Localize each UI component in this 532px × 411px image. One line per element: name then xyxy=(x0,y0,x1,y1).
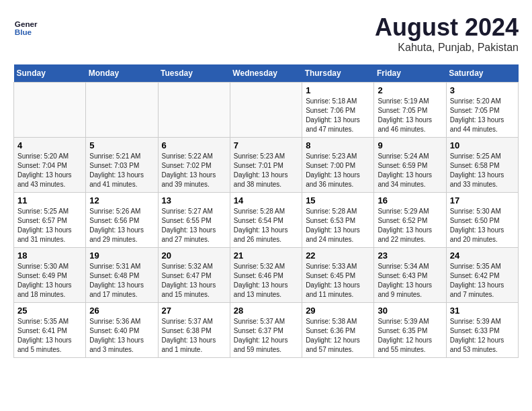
week-row-1: 1Sunrise: 5:18 AM Sunset: 7:06 PM Daylig… xyxy=(14,83,519,138)
weekday-header-wednesday: Wednesday xyxy=(230,64,302,83)
day-info: Sunrise: 5:35 AM Sunset: 6:42 PM Dayligh… xyxy=(450,262,515,300)
calendar-cell: 20Sunrise: 5:32 AM Sunset: 6:47 PM Dayli… xyxy=(158,248,230,303)
day-info: Sunrise: 5:39 AM Sunset: 6:33 PM Dayligh… xyxy=(450,317,515,355)
calendar-cell: 12Sunrise: 5:26 AM Sunset: 6:56 PM Dayli… xyxy=(86,193,158,248)
calendar-cell: 22Sunrise: 5:33 AM Sunset: 6:45 PM Dayli… xyxy=(302,248,374,303)
day-number: 13 xyxy=(162,195,226,205)
calendar-cell: 28Sunrise: 5:37 AM Sunset: 6:37 PM Dayli… xyxy=(230,303,302,358)
logo-icon: General Blue xyxy=(13,13,38,38)
day-number: 12 xyxy=(89,195,154,205)
calendar-cell: 24Sunrise: 5:35 AM Sunset: 6:42 PM Dayli… xyxy=(446,248,518,303)
weekday-header-tuesday: Tuesday xyxy=(158,64,230,83)
calendar-cell: 19Sunrise: 5:31 AM Sunset: 6:48 PM Dayli… xyxy=(86,248,158,303)
calendar-cell xyxy=(158,83,230,138)
week-row-5: 25Sunrise: 5:35 AM Sunset: 6:41 PM Dayli… xyxy=(14,303,519,358)
weekday-header-saturday: Saturday xyxy=(446,64,518,83)
day-number: 22 xyxy=(306,250,370,261)
day-number: 15 xyxy=(306,195,370,205)
calendar-cell: 9Sunrise: 5:24 AM Sunset: 6:59 PM Daylig… xyxy=(374,138,446,193)
day-number: 5 xyxy=(89,140,154,150)
day-number: 2 xyxy=(378,85,442,95)
day-info: Sunrise: 5:23 AM Sunset: 7:01 PM Dayligh… xyxy=(234,152,298,189)
day-number: 28 xyxy=(234,306,298,316)
weekday-header-thursday: Thursday xyxy=(302,64,374,83)
day-info: Sunrise: 5:22 AM Sunset: 7:02 PM Dayligh… xyxy=(162,152,226,189)
calendar-cell: 18Sunrise: 5:30 AM Sunset: 6:49 PM Dayli… xyxy=(14,248,86,303)
calendar-cell: 21Sunrise: 5:32 AM Sunset: 6:46 PM Dayli… xyxy=(230,248,302,303)
calendar-cell: 17Sunrise: 5:30 AM Sunset: 6:50 PM Dayli… xyxy=(446,193,518,248)
day-info: Sunrise: 5:39 AM Sunset: 6:35 PM Dayligh… xyxy=(378,317,442,355)
calendar-cell: 6Sunrise: 5:22 AM Sunset: 7:02 PM Daylig… xyxy=(158,138,230,193)
day-number: 4 xyxy=(17,140,82,150)
day-number: 24 xyxy=(450,250,515,261)
day-number: 30 xyxy=(378,306,442,316)
calendar-cell: 23Sunrise: 5:34 AM Sunset: 6:43 PM Dayli… xyxy=(374,248,446,303)
calendar-cell: 29Sunrise: 5:38 AM Sunset: 6:36 PM Dayli… xyxy=(302,303,374,358)
day-number: 8 xyxy=(306,140,370,150)
day-info: Sunrise: 5:31 AM Sunset: 6:48 PM Dayligh… xyxy=(89,262,154,300)
day-number: 7 xyxy=(234,140,298,150)
day-info: Sunrise: 5:36 AM Sunset: 6:40 PM Dayligh… xyxy=(89,317,154,355)
day-info: Sunrise: 5:19 AM Sunset: 7:05 PM Dayligh… xyxy=(378,97,442,134)
day-info: Sunrise: 5:26 AM Sunset: 6:56 PM Dayligh… xyxy=(89,207,154,244)
day-info: Sunrise: 5:24 AM Sunset: 6:59 PM Dayligh… xyxy=(378,152,442,189)
day-number: 11 xyxy=(17,195,82,205)
day-info: Sunrise: 5:28 AM Sunset: 6:53 PM Dayligh… xyxy=(306,207,370,244)
calendar-cell: 2Sunrise: 5:19 AM Sunset: 7:05 PM Daylig… xyxy=(374,83,446,138)
calendar-cell: 31Sunrise: 5:39 AM Sunset: 6:33 PM Dayli… xyxy=(446,303,518,358)
weekday-header-friday: Friday xyxy=(374,64,446,83)
svg-text:General: General xyxy=(15,19,38,28)
calendar-cell: 11Sunrise: 5:25 AM Sunset: 6:57 PM Dayli… xyxy=(14,193,86,248)
day-info: Sunrise: 5:35 AM Sunset: 6:41 PM Dayligh… xyxy=(17,317,82,355)
day-number: 20 xyxy=(162,250,226,261)
day-number: 9 xyxy=(378,140,442,150)
day-info: Sunrise: 5:29 AM Sunset: 6:52 PM Dayligh… xyxy=(378,207,442,244)
day-number: 3 xyxy=(450,85,515,95)
page-header: General Blue August 2024 Kahuta, Punjab,… xyxy=(13,13,519,54)
day-info: Sunrise: 5:37 AM Sunset: 6:38 PM Dayligh… xyxy=(162,317,226,355)
day-number: 6 xyxy=(162,140,226,150)
calendar-cell: 13Sunrise: 5:27 AM Sunset: 6:55 PM Dayli… xyxy=(158,193,230,248)
calendar-cell: 3Sunrise: 5:20 AM Sunset: 7:05 PM Daylig… xyxy=(446,83,518,138)
calendar-cell: 14Sunrise: 5:28 AM Sunset: 6:54 PM Dayli… xyxy=(230,193,302,248)
calendar-cell: 16Sunrise: 5:29 AM Sunset: 6:52 PM Dayli… xyxy=(374,193,446,248)
day-info: Sunrise: 5:20 AM Sunset: 7:05 PM Dayligh… xyxy=(450,97,515,134)
weekday-header-row: SundayMondayTuesdayWednesdayThursdayFrid… xyxy=(14,64,519,83)
calendar-cell: 5Sunrise: 5:21 AM Sunset: 7:03 PM Daylig… xyxy=(86,138,158,193)
day-info: Sunrise: 5:27 AM Sunset: 6:55 PM Dayligh… xyxy=(162,207,226,244)
location: Kahuta, Punjab, Pakistan xyxy=(375,42,519,54)
day-info: Sunrise: 5:30 AM Sunset: 6:49 PM Dayligh… xyxy=(17,262,82,300)
week-row-4: 18Sunrise: 5:30 AM Sunset: 6:49 PM Dayli… xyxy=(14,248,519,303)
week-row-3: 11Sunrise: 5:25 AM Sunset: 6:57 PM Dayli… xyxy=(14,193,519,248)
logo: General Blue xyxy=(13,13,38,38)
calendar-cell: 27Sunrise: 5:37 AM Sunset: 6:38 PM Dayli… xyxy=(158,303,230,358)
weekday-header-sunday: Sunday xyxy=(14,64,86,83)
day-number: 16 xyxy=(378,195,442,205)
calendar-cell: 4Sunrise: 5:20 AM Sunset: 7:04 PM Daylig… xyxy=(14,138,86,193)
calendar-cell xyxy=(230,83,302,138)
day-number: 18 xyxy=(17,250,82,261)
week-row-2: 4Sunrise: 5:20 AM Sunset: 7:04 PM Daylig… xyxy=(14,138,519,193)
day-number: 31 xyxy=(450,306,515,316)
calendar-cell: 10Sunrise: 5:25 AM Sunset: 6:58 PM Dayli… xyxy=(446,138,518,193)
day-number: 10 xyxy=(450,140,515,150)
day-number: 26 xyxy=(89,306,154,316)
day-number: 29 xyxy=(306,306,370,316)
day-info: Sunrise: 5:38 AM Sunset: 6:36 PM Dayligh… xyxy=(306,317,370,355)
day-number: 27 xyxy=(162,306,226,316)
calendar-table: SundayMondayTuesdayWednesdayThursdayFrid… xyxy=(13,64,519,358)
calendar-cell: 1Sunrise: 5:18 AM Sunset: 7:06 PM Daylig… xyxy=(302,83,374,138)
day-info: Sunrise: 5:20 AM Sunset: 7:04 PM Dayligh… xyxy=(17,152,82,189)
day-info: Sunrise: 5:37 AM Sunset: 6:37 PM Dayligh… xyxy=(234,317,298,355)
day-info: Sunrise: 5:33 AM Sunset: 6:45 PM Dayligh… xyxy=(306,262,370,300)
day-info: Sunrise: 5:28 AM Sunset: 6:54 PM Dayligh… xyxy=(234,207,298,244)
calendar-cell: 30Sunrise: 5:39 AM Sunset: 6:35 PM Dayli… xyxy=(374,303,446,358)
calendar-cell: 8Sunrise: 5:23 AM Sunset: 7:00 PM Daylig… xyxy=(302,138,374,193)
day-number: 19 xyxy=(89,250,154,261)
day-info: Sunrise: 5:23 AM Sunset: 7:00 PM Dayligh… xyxy=(306,152,370,189)
day-info: Sunrise: 5:32 AM Sunset: 6:47 PM Dayligh… xyxy=(162,262,226,300)
calendar-cell: 26Sunrise: 5:36 AM Sunset: 6:40 PM Dayli… xyxy=(86,303,158,358)
day-number: 25 xyxy=(17,306,82,316)
day-info: Sunrise: 5:30 AM Sunset: 6:50 PM Dayligh… xyxy=(450,207,515,244)
calendar-cell xyxy=(14,83,86,138)
